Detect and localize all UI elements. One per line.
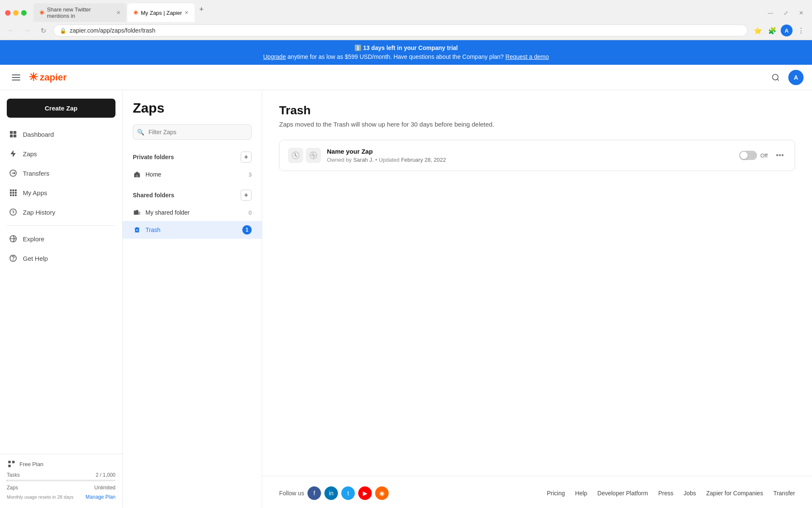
- facebook-link[interactable]: f: [307, 486, 321, 500]
- footer-content: Follow us f in t ▶ ◉ Pricing Help Develo…: [279, 486, 795, 500]
- sidebar-item-zap-history-label: Zap History: [23, 209, 55, 216]
- footer-link-help[interactable]: Help: [575, 490, 587, 497]
- footer-link-press[interactable]: Press: [658, 490, 673, 497]
- tasks-label: Tasks: [7, 472, 20, 478]
- user-avatar[interactable]: A: [781, 25, 793, 36]
- home-folder-icon: [133, 170, 141, 179]
- svg-rect-12: [10, 192, 12, 193]
- browser-expand-button[interactable]: ⤢: [780, 7, 792, 19]
- globe-icon: [8, 234, 18, 243]
- main-description: Zaps moved to the Trash will show up her…: [279, 121, 795, 128]
- zap-app-icon-1: [288, 148, 303, 163]
- svg-point-3: [773, 74, 778, 80]
- search-icon: 🔍: [137, 129, 144, 135]
- footer-link-developer-platform[interactable]: Developer Platform: [598, 490, 648, 497]
- filter-zaps-input[interactable]: [133, 124, 252, 140]
- zap-toggle[interactable]: Off: [739, 151, 768, 160]
- svg-rect-11: [15, 190, 16, 191]
- folder-item-trash[interactable]: Trash 1: [123, 221, 262, 239]
- sidebar-item-explore[interactable]: Explore: [0, 229, 122, 248]
- address-bar[interactable]: 🔒 zapier.com/app/zaps/folder/trash: [53, 25, 748, 36]
- zap-card[interactable]: Name your Zap Owned by Sarah J. • Update…: [279, 140, 795, 171]
- footer-link-jobs[interactable]: Jobs: [683, 490, 696, 497]
- grid-icon: [8, 130, 18, 139]
- shared-folders-section: Shared folders + My shared folder 0 Tras…: [123, 186, 262, 239]
- rss-link[interactable]: ◉: [375, 486, 389, 500]
- zap-meta: Owned by Sarah J. • Updated February 28,…: [327, 157, 733, 163]
- main-footer: Follow us f in t ▶ ◉ Pricing Help Develo…: [262, 476, 812, 508]
- add-shared-folder-button[interactable]: +: [241, 190, 252, 201]
- folder-item-home[interactable]: Home 3: [123, 166, 262, 183]
- linkedin-link[interactable]: in: [324, 486, 338, 500]
- search-button[interactable]: [768, 70, 783, 85]
- sidebar-item-zaps[interactable]: Zaps: [0, 144, 122, 163]
- sidebar-item-my-apps[interactable]: My Apps: [0, 183, 122, 202]
- zapier-logo-icon: ✳: [29, 71, 38, 84]
- footer-link-transfer[interactable]: Transfer: [773, 490, 795, 497]
- trash-folder-name: Trash: [145, 226, 238, 233]
- browser-minimize-button[interactable]: —: [765, 7, 776, 19]
- browser-titlebar: ✳ Share new Twitter mentions in ✕ ✳ My Z…: [0, 0, 812, 22]
- apps-icon: [8, 188, 18, 197]
- zaps-value: Unlimited: [94, 485, 115, 491]
- bookmark-button[interactable]: ⭐: [752, 25, 764, 36]
- menu-button[interactable]: [8, 70, 24, 85]
- zap-more-button[interactable]: •••: [774, 149, 786, 162]
- plan-label: Free Plan: [19, 461, 43, 467]
- sidebar-item-zap-history[interactable]: Zap History: [0, 202, 122, 222]
- more-button[interactable]: ⋮: [795, 25, 807, 36]
- app-body: Create Zap Dashboard Zaps: [0, 90, 812, 508]
- footer-link-pricing[interactable]: Pricing: [547, 490, 565, 497]
- forward-button[interactable]: →: [21, 25, 33, 36]
- request-demo-link[interactable]: Request a demo: [505, 53, 549, 60]
- minimize-window-button[interactable]: [13, 10, 19, 16]
- sidebar-item-my-apps-label: My Apps: [23, 189, 47, 196]
- folder-panel: Zaps 🔍 Private folders + Home: [123, 90, 262, 508]
- folder-item-my-shared[interactable]: My shared folder 0: [123, 204, 262, 221]
- profile-button[interactable]: A: [781, 25, 793, 36]
- tab-2-close-button[interactable]: ✕: [184, 10, 189, 16]
- home-folder-count: 3: [249, 171, 252, 178]
- browser-close-button[interactable]: ✕: [795, 7, 807, 19]
- create-zap-button[interactable]: Create Zap: [7, 99, 115, 118]
- trash-icon: [133, 226, 141, 234]
- youtube-link[interactable]: ▶: [358, 486, 372, 500]
- zap-toggle-track[interactable]: [739, 151, 757, 160]
- sidebar-item-zaps-label: Zaps: [23, 150, 37, 157]
- svg-rect-15: [10, 194, 12, 196]
- sidebar-item-transfers[interactable]: Transfers: [0, 163, 122, 183]
- zaps-label: Zaps: [7, 485, 18, 491]
- manage-plan-link[interactable]: Manage Plan: [85, 494, 115, 500]
- footer-link-zapier-for-companies[interactable]: Zapier for Companies: [706, 490, 763, 497]
- sidebar-item-get-help[interactable]: Get Help: [0, 248, 122, 268]
- header-user-avatar[interactable]: A: [788, 70, 804, 85]
- svg-rect-0: [12, 75, 20, 75]
- upgrade-link[interactable]: Upgrade: [263, 53, 286, 60]
- add-private-folder-button[interactable]: +: [241, 152, 252, 163]
- tasks-value: 2 / 1,000: [96, 472, 115, 478]
- folder-panel-title: Zaps: [123, 100, 262, 124]
- main-area: Trash Zaps moved to the Trash will show …: [262, 90, 812, 508]
- tasks-progress-bar: [7, 480, 115, 481]
- tab-1-close-button[interactable]: ✕: [116, 10, 121, 16]
- browser-tab-2[interactable]: ✳ My Zaps | Zapier ✕: [127, 3, 195, 22]
- tasks-row: Tasks 2 / 1,000: [7, 472, 115, 478]
- twitter-link[interactable]: t: [341, 486, 355, 500]
- plan-icon: [7, 459, 16, 469]
- browser-tab-1[interactable]: ✳ Share new Twitter mentions in ✕: [33, 3, 126, 22]
- zapier-logo[interactable]: ✳ zapier: [29, 71, 67, 84]
- refresh-button[interactable]: ↻: [37, 25, 49, 36]
- back-button[interactable]: ←: [5, 25, 17, 36]
- close-window-button[interactable]: [5, 10, 11, 16]
- extension-button[interactable]: 🧩: [766, 25, 778, 36]
- zap-toggle-thumb: [740, 152, 748, 159]
- maximize-window-button[interactable]: [21, 10, 27, 16]
- tasks-progress-fill: [7, 480, 7, 481]
- sidebar-item-dashboard[interactable]: Dashboard: [0, 124, 122, 144]
- private-folders-section: Private folders + Home 3: [123, 148, 262, 183]
- tab-2-favicon: ✳: [133, 9, 138, 16]
- footer-links: Pricing Help Developer Platform Press Jo…: [547, 490, 795, 497]
- new-tab-button[interactable]: +: [195, 3, 207, 15]
- folder-search-wrap: 🔍: [133, 124, 252, 140]
- browser-actions: ⭐ 🧩 A ⋮: [752, 25, 807, 36]
